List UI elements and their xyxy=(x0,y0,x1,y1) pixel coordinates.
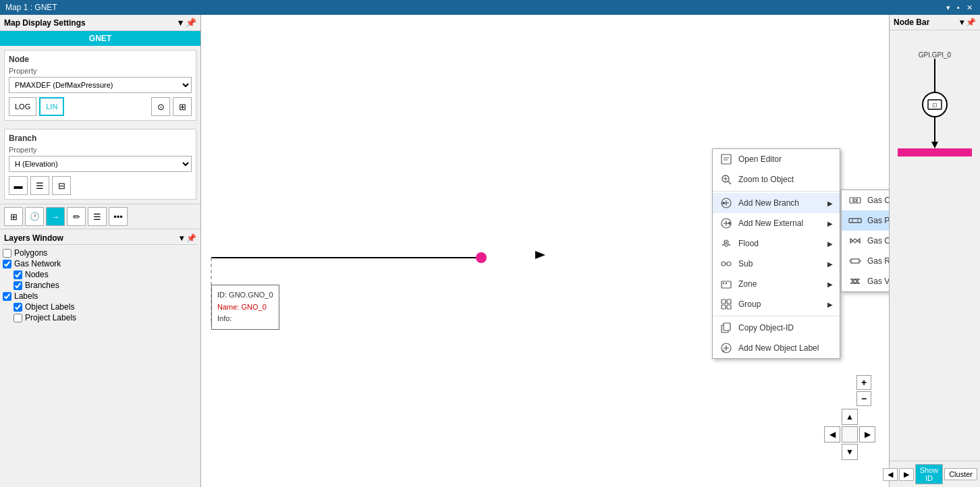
svg-point-14 xyxy=(722,202,725,204)
sub-gas-control-valve[interactable]: Gas Control Valve xyxy=(842,231,889,251)
layers-collapse-btn[interactable]: ▾ xyxy=(180,233,184,243)
flood-icon xyxy=(719,237,733,250)
node-circle-icon[interactable]: ⊙ xyxy=(151,97,170,116)
node-bar-title: Node Bar xyxy=(894,18,929,27)
cluster-btn[interactable]: Cluster xyxy=(944,468,977,480)
panel-collapse-btn[interactable]: ▾ xyxy=(178,18,183,28)
grid-toolbar-icon[interactable]: ⊞ xyxy=(4,207,23,226)
branch-list-icon[interactable]: ☰ xyxy=(30,176,49,195)
clock-icon[interactable]: 🕐 xyxy=(25,207,44,226)
list-toolbar-icon[interactable]: ☰ xyxy=(88,207,107,226)
layers-pin-btn[interactable]: 📌 xyxy=(186,233,196,243)
nav-left-btn[interactable]: ◀ xyxy=(824,426,840,442)
ctx-add-new-branch[interactable]: Add New Branch ▶ xyxy=(713,193,840,213)
gnet-tab[interactable]: GNET xyxy=(0,31,200,46)
valve-icon xyxy=(848,234,862,248)
svg-line-8 xyxy=(728,181,731,184)
open-editor-label: Open Editor xyxy=(738,154,782,164)
title-bar: Map 1 : GNET ▾ ▪ ✕ xyxy=(0,0,980,15)
svg-rect-24 xyxy=(722,281,731,288)
nodes-checkbox[interactable] xyxy=(13,270,22,279)
prev-page-btn[interactable]: ◀ xyxy=(883,468,898,481)
nav-right-btn[interactable]: ▶ xyxy=(859,426,875,442)
nav-down-btn[interactable]: ▼ xyxy=(842,444,858,460)
zone-icon xyxy=(719,277,733,291)
edit-icon xyxy=(719,152,733,166)
svg-text:⊡: ⊡ xyxy=(932,102,937,109)
more-icon[interactable]: ••• xyxy=(109,207,128,226)
zoom-out-btn[interactable]: − xyxy=(856,391,871,406)
main-layout: Map Display Settings ▾ 📌 GNET Node Prope… xyxy=(0,15,980,487)
branch-rect-icon[interactable]: ▬ xyxy=(9,176,28,195)
window-controls: ▾ ▪ ✕ xyxy=(944,3,975,12)
polygons-checkbox[interactable] xyxy=(3,249,11,258)
node-bar-collapse-btn[interactable]: ▾ xyxy=(960,18,964,27)
svg-rect-27 xyxy=(722,299,726,304)
node-btn-row: LOG LIN ⊙ ⊞ xyxy=(9,97,192,116)
log-btn[interactable]: LOG xyxy=(9,97,36,116)
branches-label: Branches xyxy=(25,281,59,290)
pencil-icon[interactable]: ✏ xyxy=(67,207,86,226)
sub-gas-pipeline[interactable]: Gas Pipeline xyxy=(842,210,889,231)
ctx-sub[interactable]: Sub ▶ xyxy=(713,254,840,274)
zone-label: Zone xyxy=(738,279,757,289)
branch-table-icon[interactable]: ⊟ xyxy=(52,176,71,195)
lin-btn[interactable]: LIN xyxy=(39,97,64,116)
ctx-copy-object-id[interactable]: Copy Object-ID xyxy=(713,318,840,338)
external-arrow-icon: ▶ xyxy=(827,220,833,227)
zoom-in-btn[interactable]: + xyxy=(856,375,871,390)
node-bar-content: GPI.GPI_0 ⊡ xyxy=(890,30,980,461)
zoom-to-object-label: Zoom to Object xyxy=(738,175,794,184)
svg-text:A: A xyxy=(722,349,725,353)
ctx-open-editor[interactable]: Open Editor xyxy=(713,149,840,169)
ctx-sep-2 xyxy=(713,316,840,316)
copy-icon xyxy=(719,321,733,335)
zoom-controls: + − xyxy=(856,375,871,406)
branch-property-select[interactable]: H (Elevation) xyxy=(9,156,192,172)
panel-pin-btn[interactable]: 📌 xyxy=(186,18,196,28)
gas-network-checkbox[interactable] xyxy=(3,260,11,268)
branches-checkbox[interactable] xyxy=(13,281,22,290)
node-grid-icon[interactable]: ⊞ xyxy=(173,97,192,116)
flow-icon[interactable]: → xyxy=(46,207,65,226)
left-panel-header: Map Display Settings ▾ 📌 xyxy=(0,15,200,31)
maximize-btn[interactable]: ▪ xyxy=(955,3,962,12)
ctx-zoom-to-object[interactable]: Zoom to Object xyxy=(713,169,840,190)
node-bar-header: Node Bar ▾ 📌 xyxy=(890,15,980,30)
branch-submenu: Gas Compressor Gas Pipeline Gas Control … xyxy=(841,190,889,292)
node-bar-pin-btn[interactable]: 📌 xyxy=(966,18,976,27)
layers-header: Layers Window ▾ 📌 xyxy=(3,232,198,245)
svg-rect-41 xyxy=(849,219,861,223)
ctx-zone[interactable]: Zone ▶ xyxy=(713,274,840,294)
labels-checkbox[interactable] xyxy=(3,292,11,301)
project-labels-checkbox[interactable] xyxy=(13,314,22,322)
sub-gas-valve[interactable]: Gas Valve xyxy=(842,271,889,291)
nav-center-btn[interactable] xyxy=(842,426,858,442)
sub-gas-resistor[interactable]: Gas Resistor xyxy=(842,251,889,271)
layer-labels: Labels xyxy=(3,291,198,302)
nodes-label: Nodes xyxy=(25,270,49,279)
branch-title: Branch xyxy=(9,134,192,143)
left-panel: Map Display Settings ▾ 📌 GNET Node Prope… xyxy=(0,15,201,487)
object-labels-checkbox[interactable] xyxy=(13,303,22,312)
ctx-group[interactable]: Group ▶ xyxy=(713,294,840,314)
svg-rect-37 xyxy=(850,198,861,203)
add-external-icon xyxy=(719,217,733,230)
map-area[interactable]: ID: GNO.GNO_0 Name: GNO_0 Info: Open Edi… xyxy=(201,15,889,487)
svg-marker-56 xyxy=(931,142,938,148)
svg-rect-46 xyxy=(851,259,859,263)
close-btn[interactable]: ✕ xyxy=(964,3,975,12)
compressor-icon xyxy=(848,194,862,207)
svg-point-40 xyxy=(854,199,856,202)
sub-gas-compressor[interactable]: Gas Compressor xyxy=(842,190,889,210)
node-property-select[interactable]: PMAXDEF (DefMaxPressure) xyxy=(9,77,192,93)
minimize-btn[interactable]: ▾ xyxy=(944,3,952,12)
next-page-btn[interactable]: ▶ xyxy=(899,468,914,481)
ctx-flood[interactable]: Flood ▶ xyxy=(713,233,840,254)
ctx-add-new-external[interactable]: Add New External ▶ xyxy=(713,213,840,233)
show-id-btn[interactable]: Show ID xyxy=(915,464,944,484)
layer-gas-network: Gas Network xyxy=(3,258,198,269)
ctx-add-label[interactable]: A Add New Object Label xyxy=(713,338,840,358)
nav-up-btn[interactable]: ▲ xyxy=(842,409,858,425)
info-info: Info: xyxy=(217,313,273,325)
